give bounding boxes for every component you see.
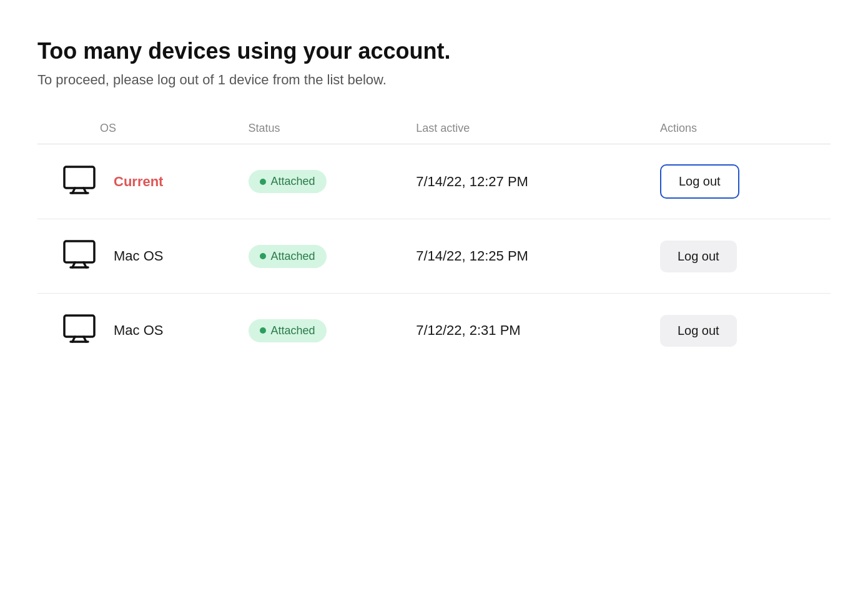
table-header: OS Status Last active Actions xyxy=(37,113,831,144)
last-active-text: 7/14/22, 12:27 PM xyxy=(416,174,528,189)
cell-os: Mac OS xyxy=(37,219,236,294)
cell-actions: Log out xyxy=(648,144,831,219)
last-active-text: 7/14/22, 12:25 PM xyxy=(416,248,528,264)
col-header-os: OS xyxy=(37,113,236,144)
cell-status: Attached xyxy=(236,294,404,368)
status-badge: Attached xyxy=(249,170,327,193)
status-label: Attached xyxy=(271,324,315,337)
logout-button[interactable]: Log out xyxy=(660,241,737,272)
devices-table: OS Status Last active Actions Current xyxy=(37,113,831,367)
status-badge: Attached xyxy=(249,319,327,342)
status-dot xyxy=(260,327,266,334)
status-dot xyxy=(260,179,266,185)
table-row: Mac OS Attached 7/14/22, 12:25 PM Log ou… xyxy=(37,219,831,294)
status-label: Attached xyxy=(271,175,315,188)
monitor-icon xyxy=(62,239,96,273)
cell-actions: Log out xyxy=(648,294,831,368)
cell-last-active: 7/14/22, 12:25 PM xyxy=(403,219,648,294)
cell-os: Current xyxy=(37,144,236,219)
status-dot xyxy=(260,253,266,259)
col-header-status: Status xyxy=(236,113,404,144)
page-subtitle: To proceed, please log out of 1 device f… xyxy=(37,72,831,88)
page-title: Too many devices using your account. xyxy=(37,37,831,64)
svg-rect-0 xyxy=(64,167,94,188)
os-label: Mac OS xyxy=(114,322,163,339)
logout-button[interactable]: Log out xyxy=(660,164,739,199)
cell-status: Attached xyxy=(236,219,404,294)
col-header-last-active: Last active xyxy=(403,113,648,144)
os-label: Current xyxy=(114,174,163,190)
last-active-text: 7/12/22, 2:31 PM xyxy=(416,322,521,338)
table-row: Mac OS Attached 7/12/22, 2:31 PM Log out xyxy=(37,294,831,368)
svg-rect-8 xyxy=(64,315,94,337)
monitor-icon xyxy=(62,314,96,347)
status-badge: Attached xyxy=(249,245,327,268)
cell-actions: Log out xyxy=(648,219,831,294)
col-header-actions: Actions xyxy=(648,113,831,144)
table-body: Current Attached 7/14/22, 12:27 PM Log o… xyxy=(37,144,831,368)
page-header: Too many devices using your account. To … xyxy=(37,37,831,88)
os-label: Mac OS xyxy=(114,248,163,264)
monitor-icon xyxy=(62,165,96,199)
cell-status: Attached xyxy=(236,144,404,219)
logout-button[interactable]: Log out xyxy=(660,315,737,347)
status-label: Attached xyxy=(271,250,315,263)
cell-last-active: 7/14/22, 12:27 PM xyxy=(403,144,648,219)
cell-os: Mac OS xyxy=(37,294,236,368)
table-row: Current Attached 7/14/22, 12:27 PM Log o… xyxy=(37,144,831,219)
cell-last-active: 7/12/22, 2:31 PM xyxy=(403,294,648,368)
svg-rect-4 xyxy=(64,241,94,262)
